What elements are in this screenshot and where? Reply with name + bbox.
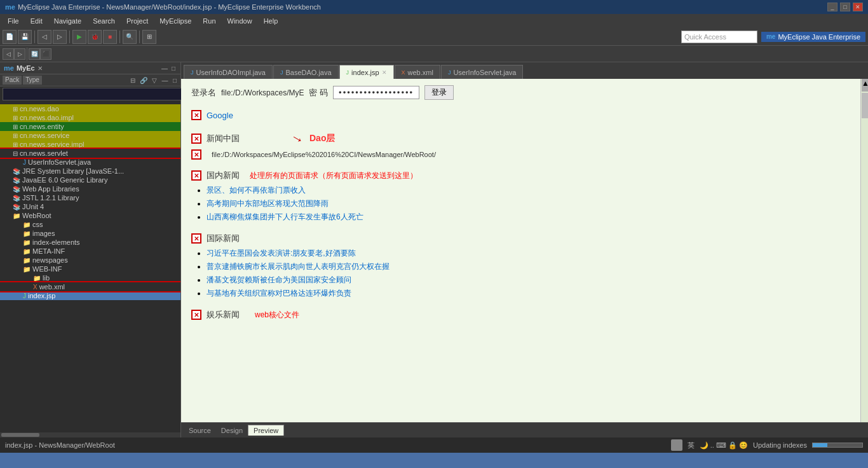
tab-userinfoservlet[interactable]: J UserInfoServlet.java	[441, 65, 524, 79]
tab-source[interactable]: Source	[184, 425, 216, 436]
toolbar-new[interactable]: 📄	[3, 30, 17, 44]
toolbar2-btn1[interactable]: ◁	[3, 48, 14, 60]
toolbar-search[interactable]: 🔍	[123, 30, 137, 44]
login-row: 登录名 file:/D:/Workspaces/MyE 密 码 ••••••••…	[191, 85, 858, 100]
menu-run[interactable]: Run	[198, 16, 220, 26]
panel-minimize2[interactable]: —	[161, 77, 170, 84]
maximize-button[interactable]: □	[840, 3, 850, 11]
tab-basedao[interactable]: J BaseDAO.java	[273, 65, 339, 79]
google-link[interactable]: Google	[207, 111, 233, 120]
quick-access-box[interactable]: Quick Access	[681, 31, 757, 43]
tab-bar: J UserInfoDAOImpl.java J BaseDAO.java J …	[181, 62, 868, 79]
toolbar2-btn4[interactable]: ⬛	[40, 48, 51, 60]
tree-item-junit[interactable]: 📚 JUnit 4	[0, 202, 180, 211]
login-button[interactable]: 登录	[424, 85, 454, 100]
menu-file[interactable]: File	[3, 16, 24, 26]
vertical-scrollbar[interactable]: ▲	[860, 79, 868, 422]
panel-view-menu[interactable]: ▽	[151, 77, 158, 84]
tree-item-service[interactable]: ⊞ cn.news.service	[0, 131, 180, 140]
panel-maximize2[interactable]: □	[172, 77, 178, 84]
tree-item-webxml[interactable]: X web.xml	[0, 282, 180, 291]
toolbar-debug[interactable]: 🐞	[88, 30, 102, 44]
toolbar2-btn3[interactable]: 🔄	[29, 48, 40, 60]
menu-navigate[interactable]: Navigate	[49, 16, 86, 26]
tree-label: JSTL 1.2.1 Library	[22, 194, 79, 202]
tree-item-jre[interactable]: 📚 JRE System Library [JavaSE-1...	[0, 167, 180, 176]
tab-design[interactable]: Design	[216, 425, 248, 436]
menu-search[interactable]: Search	[88, 16, 120, 26]
horizontal-scrollbar[interactable]	[0, 432, 180, 437]
domestic-news-item-2: 高考期间中东部地区将现大范围降雨	[207, 198, 858, 209]
password-field[interactable]: ••••••••••••••••••	[333, 86, 419, 99]
tree-item-css[interactable]: 📁 css	[0, 220, 180, 229]
minimize-button[interactable]: _	[827, 3, 837, 11]
tab-close-icon[interactable]: ✕	[382, 69, 387, 76]
tree-item-service-impl[interactable]: ⊞ cn.news.service.impl	[0, 140, 180, 149]
domestic-news-link-1[interactable]: 景区、如何不再依靠门票收入	[207, 186, 306, 195]
tree-item-jstl[interactable]: 📚 JSTL 1.2.1 Library	[0, 193, 180, 202]
toolbar2-btn2[interactable]: ▷	[14, 48, 25, 60]
tree-item-dao[interactable]: ⊞ cn.news.dao	[0, 104, 180, 113]
intl-news-link-2[interactable]: 普京逮捕铁腕市长展示肌肉向世人表明克宫仍大权在握	[207, 262, 390, 271]
tree-item-servlet[interactable]: ⊟ cn.news.servlet	[0, 149, 180, 158]
panel-close-icon[interactable]: ✕	[37, 65, 43, 72]
toolbar-run[interactable]: ▶	[72, 30, 86, 44]
panel-maximize[interactable]: □	[170, 65, 177, 72]
tree-item-entity[interactable]: ⊞ cn.news.entity	[0, 122, 180, 131]
menu-edit[interactable]: Edit	[25, 16, 48, 26]
tree-item-images[interactable]: 📁 images	[0, 229, 180, 238]
tab-preview[interactable]: Preview	[248, 425, 284, 436]
main-toolbar: 📄 💾 ◁ ▷ ▶ 🐞 ■ 🔍 ⊞ Quick Access me MyEcli…	[0, 28, 868, 46]
tree-container: ⊞ cn.news.dao ⊞ cn.news.dao.impl ⊞ cn.ne…	[0, 102, 180, 432]
quick-access-label: Quick Access	[684, 33, 726, 41]
pack-label[interactable]: Pack	[3, 76, 22, 85]
panel-link[interactable]: 🔗	[139, 77, 149, 84]
tree-label: cn.news.dao.impl	[20, 114, 74, 121]
scrollbar-up[interactable]: ▲	[862, 79, 868, 92]
tree-item-javaee[interactable]: 📚 JavaEE 6.0 Generic Library	[0, 176, 180, 184]
international-title: 国际新闻	[207, 233, 240, 244]
tree-item-dao-impl[interactable]: ⊞ cn.news.dao.impl	[0, 113, 180, 122]
intl-news-link-3[interactable]: 潘基文视贺赖斯被任命为美国国家安全顾问	[207, 275, 351, 284]
domestic-news-link-3[interactable]: 山西离柳焦煤集团井下人行车发生事故6人死亡	[207, 212, 363, 221]
panel-toolbar: Pack Type ⊟ 🔗 ▽ — □	[0, 74, 180, 86]
folder-icon: 📁	[33, 275, 41, 282]
menu-project[interactable]: Project	[121, 16, 153, 26]
menu-help[interactable]: Help	[259, 16, 283, 26]
toolbar-save[interactable]: 💾	[18, 30, 32, 44]
left-panel: me MyEc ✕ — □ Pack Type ⊟ 🔗 ▽ — □	[0, 62, 181, 437]
tree-item-webinf[interactable]: 📁 WEB-INF	[0, 265, 180, 273]
title-bar-controls[interactable]: _ □ ✕	[827, 3, 863, 11]
library-icon: 📚	[13, 168, 20, 175]
panel-collapse[interactable]: ⊟	[129, 77, 137, 84]
international-header-row: ✕ 国际新闻	[191, 233, 858, 244]
tab-userinfodao[interactable]: J UserInfoDAOImpl.java	[184, 65, 273, 79]
tab-webxml[interactable]: X web.xml	[395, 65, 440, 79]
toolbar-perspective[interactable]: ⊞	[142, 30, 156, 44]
type-label[interactable]: Type	[23, 76, 42, 85]
menu-myeclipse[interactable]: MyEclipse	[154, 16, 196, 26]
toolbar-back[interactable]: ◁	[37, 30, 51, 44]
bottom-tabs: Source Design Preview	[181, 422, 868, 437]
search-input[interactable]	[3, 88, 183, 100]
tree-item-indexjsp[interactable]: J index.jsp	[0, 291, 180, 300]
menu-window[interactable]: Window	[222, 16, 257, 26]
main-container: me MyEc ✕ — □ Pack Type ⊟ 🔗 ▽ — □	[0, 62, 868, 437]
intl-news-link-4[interactable]: 与基地有关组织宣称对巴格达连环爆炸负责	[207, 289, 351, 298]
tab-indexjsp[interactable]: J index.jsp ✕	[339, 65, 394, 79]
domestic-news-link-2[interactable]: 高考期间中东部地区将现大范围降雨	[207, 199, 329, 208]
tab-label: index.jsp	[351, 69, 379, 76]
tree-item-newspages[interactable]: 📁 newspages	[0, 256, 180, 265]
tree-item-webapp-libs[interactable]: 📚 Web App Libraries	[0, 184, 180, 193]
tree-item-webroot[interactable]: 📁 WebRoot	[0, 211, 180, 220]
toolbar-forward[interactable]: ▷	[53, 30, 67, 44]
panel-minimize[interactable]: —	[160, 65, 169, 72]
close-button[interactable]: ✕	[853, 3, 863, 11]
tree-item-meta-inf[interactable]: 📁 META-INF	[0, 247, 180, 256]
tree-item-index-elements[interactable]: 📁 index-elements	[0, 238, 180, 247]
tree-label: cn.news.service.impl	[20, 141, 84, 148]
intl-news-link-1[interactable]: 习近平在墨国会发表演讲:朋友要老,好酒要陈	[207, 249, 356, 258]
toolbar-stop[interactable]: ■	[103, 30, 117, 44]
tree-item-userservlet[interactable]: J UserInfoServlet.java	[0, 158, 180, 167]
tree-item-lib[interactable]: 📁 lib	[0, 273, 180, 282]
